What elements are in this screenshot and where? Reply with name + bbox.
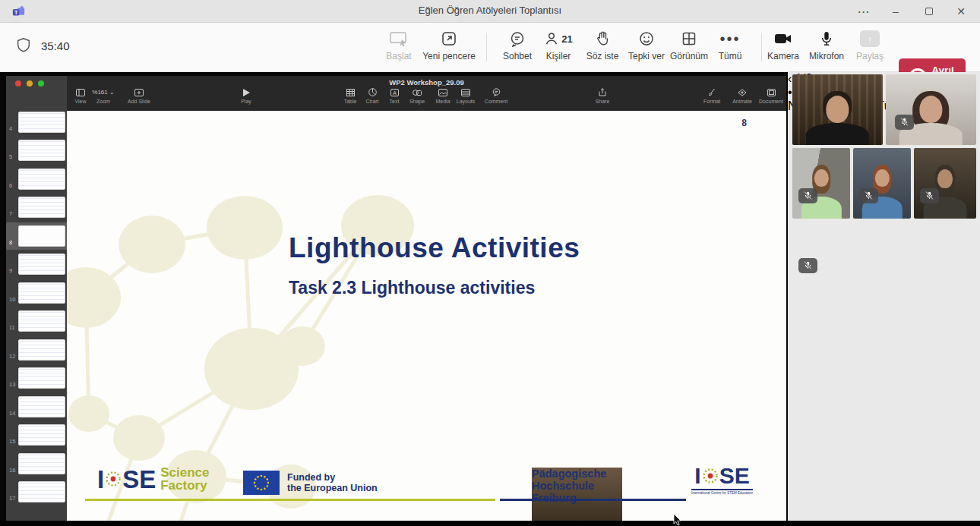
mic-label: Mikrofon (809, 51, 844, 61)
participant-video-tile[interactable] (886, 74, 976, 145)
participant-video-tile[interactable] (853, 148, 911, 219)
network-background-graphic (67, 111, 786, 521)
keynote-window: 4 5 6 7 8 9 10 11 12 13 14 15 16 17 WP2 … (6, 76, 786, 521)
mic-off-icon (895, 115, 914, 130)
slide-thumbnail[interactable]: 4 (18, 112, 65, 133)
eu-funding-line1: Funded by (287, 472, 335, 483)
slide-thumbnail[interactable]: 13 (18, 367, 65, 389)
document-label: Document (751, 99, 791, 104)
comment-button[interactable]: Comment (478, 87, 514, 104)
share-button[interactable]: ↑ Paylaş (843, 30, 896, 68)
slide-number: 13 (9, 381, 15, 388)
participant-video-tile[interactable] (792, 148, 850, 219)
slide-thumbnail[interactable]: 12 (18, 339, 65, 361)
share-doc-button[interactable]: Share (589, 87, 616, 104)
maximize-icon (925, 8, 933, 15)
slide-thumbnail[interactable]: 14 (18, 396, 65, 417)
participant-video-tile[interactable] (792, 74, 883, 145)
slide-subtitle: Task 2.3 Lighthouse activities (289, 278, 535, 298)
titlebar-more-button[interactable]: ⋯ (848, 0, 880, 23)
document-button[interactable]: Document (751, 87, 791, 104)
new-window-label: Yeni pencere (422, 51, 476, 61)
new-window-button[interactable]: Yeni pencere (418, 30, 480, 68)
close-traffic-light[interactable] (15, 80, 21, 87)
maximize-button[interactable] (913, 0, 945, 23)
svg-text:A: A (393, 90, 397, 95)
chat-label: Sohbet (503, 51, 532, 61)
slide-thumbnail[interactable]: 11 (18, 310, 65, 332)
macos-traffic-lights[interactable] (15, 80, 44, 87)
slide-canvas: 8 Lighthouse Activities Task 2.3 Lightho… (67, 111, 786, 521)
slide-number: 10 (9, 296, 15, 303)
mic-off-icon (798, 188, 817, 203)
slide-thumbnail[interactable]: 5 (18, 140, 65, 161)
icse-logo-i: I (97, 467, 104, 492)
slide-number: 7 (9, 210, 12, 217)
footer-olive-line (85, 499, 495, 501)
icse2-logo-i: I (694, 465, 700, 487)
window-titlebar: T Eğlen Öğren Atölyeleri Toplantısı ⋯ – … (0, 0, 980, 23)
screen-share-icon (389, 30, 409, 48)
slide-thumbnail[interactable]: 15 (18, 424, 65, 446)
icse-logo: I SE International Centre for STEM Educa… (691, 465, 753, 495)
raise-hand-label: Söz iste (586, 51, 619, 61)
zoom-label: Zoom (84, 99, 123, 104)
participant-video-tile[interactable] (914, 148, 976, 219)
share-doc-icon (589, 87, 616, 97)
slide-number: 17 (9, 495, 15, 502)
more-actions-button[interactable]: ••• Tümü (703, 30, 757, 68)
eu-funding-logo: Funded by the European Union (243, 471, 378, 495)
keynote-toolbar: WP2 Workshop_29.09 View %161 ⌄ Zoom Add … (67, 76, 786, 111)
share-doc-label: Share (589, 99, 616, 104)
security-shield-icon (15, 36, 32, 54)
view-label: Görünüm (670, 51, 708, 61)
slide-thumbnail[interactable]: 10 (18, 282, 65, 304)
science-factory-line2: Factory (160, 478, 207, 493)
slide-thumbnail[interactable]: 17 (18, 481, 65, 502)
pagination-prev-button[interactable]: ‹ (788, 72, 792, 85)
slide-thumbnail[interactable]: 9 (18, 254, 65, 275)
chat-icon (509, 30, 526, 48)
add-slide-icon (119, 87, 160, 97)
minimize-traffic-light[interactable] (27, 80, 33, 87)
participants-panel: ‹ 1/2 › ••• Nagehan D... Tümünü görünt..… (788, 72, 980, 521)
slide-number: 5 (9, 153, 12, 160)
minimize-button[interactable]: – (880, 0, 912, 23)
mic-off-icon (859, 188, 878, 203)
close-button[interactable]: ✕ (945, 0, 977, 23)
slide-number: 9 (9, 267, 12, 274)
slide-thumbnail[interactable]: 6 (18, 169, 65, 190)
keynote-slide-navigator: 4 5 6 7 8 9 10 11 12 13 14 15 16 17 (6, 76, 67, 521)
play-button[interactable]: Play (232, 87, 260, 104)
slide-title: Lighthouse Activities (289, 232, 580, 264)
add-slide-button[interactable]: Add Slide (119, 87, 160, 104)
raise-hand-icon (595, 30, 610, 48)
zoom-traffic-light[interactable] (38, 80, 44, 87)
icse2-logo-ring-icon (702, 468, 719, 484)
window-title: Eğlen Öğren Atölyeleri Toplantısı (0, 5, 980, 16)
slide-thumbnail[interactable]: 7 (18, 197, 65, 218)
share-label: Paylaş (856, 51, 884, 61)
comment-label: Comment (478, 99, 514, 104)
icse2-logo-se: SE (719, 465, 750, 487)
ph-freiburg-logo: Pädagogische Hochschule Freiburg Univers… (500, 468, 622, 521)
slide-number: 6 (9, 182, 12, 189)
mic-off-icon (920, 188, 939, 203)
play-icon (232, 87, 260, 97)
slide-thumbnail[interactable]: 16 (18, 453, 65, 474)
participant-silhouette (806, 90, 869, 145)
footer-navy-line (500, 499, 686, 501)
zoom-control[interactable]: %161 ⌄ Zoom (84, 87, 123, 104)
more-actions-label: Tümü (719, 51, 742, 61)
slide-thumbnail-selected[interactable]: 8 (18, 225, 65, 247)
shared-screen-area: 4 5 6 7 8 9 10 11 12 13 14 15 16 17 WP2 … (0, 72, 788, 521)
phf-title: Pädagogische Hochschule Freiburg (532, 468, 622, 521)
slide-number: 16 (9, 467, 15, 474)
slide-number: 15 (9, 438, 15, 445)
mouse-cursor (673, 513, 682, 526)
participant-video-tile[interactable] (792, 222, 850, 288)
camera-icon (773, 30, 793, 48)
icse2-subtitle: International Centre for STEM Education (691, 489, 753, 495)
react-label: Tepki ver (628, 51, 665, 61)
share-icon: ↑ (860, 30, 880, 48)
